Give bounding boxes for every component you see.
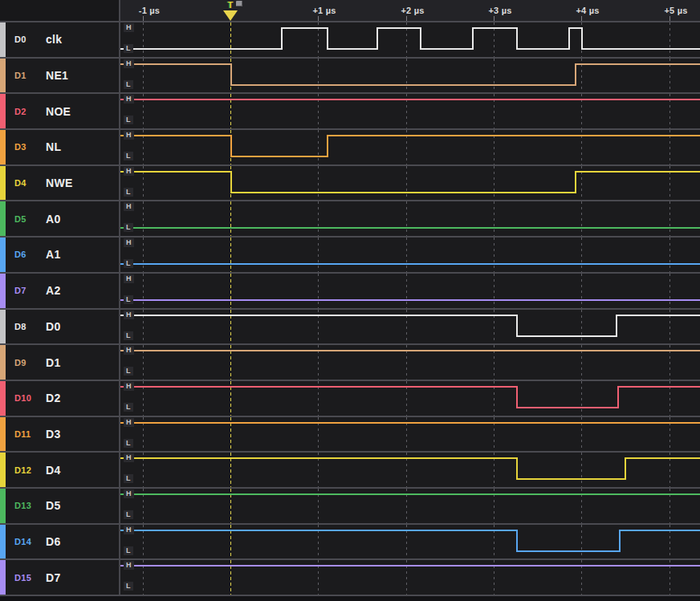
time-gridline: [581, 453, 582, 487]
time-gridline: [406, 201, 407, 236]
channel-waveform[interactable]: H L: [120, 130, 700, 164]
channel-name[interactable]: NWE: [46, 177, 73, 189]
channel-label-panel[interactable]: D1 NE1: [0, 59, 120, 93]
channel-color-bar[interactable]: [0, 130, 6, 164]
channel-waveform[interactable]: H L: [120, 381, 700, 416]
signal-edge: [472, 27, 474, 50]
timeline-tick: [581, 16, 582, 21]
channel-waveform[interactable]: H L: [120, 560, 700, 595]
channel-color-bar[interactable]: [0, 489, 6, 523]
channel-name[interactable]: D7: [46, 571, 61, 584]
channel-name[interactable]: D0: [46, 320, 61, 333]
channel-label-panel[interactable]: D8 D0: [0, 310, 120, 344]
channel-panel-header-spacer: [0, 0, 120, 22]
channel-name[interactable]: D2: [46, 392, 61, 404]
time-gridline: [669, 22, 670, 57]
channel-label-panel[interactable]: D4 NWE: [0, 166, 120, 201]
channel-id: D10: [14, 393, 31, 403]
channel-label-panel[interactable]: D13 D5: [0, 489, 120, 523]
high-level-label: H: [124, 382, 134, 391]
channel-label-panel[interactable]: D5 A0: [0, 201, 120, 236]
signal-edge: [575, 171, 576, 193]
channel-row: D12 D4 H L: [0, 453, 700, 489]
timeline-ruler[interactable]: T -1 µs+1 µs+2 µs+3 µs+4 µs+5 µs: [120, 0, 700, 22]
channel-color-bar[interactable]: [0, 238, 6, 272]
signal-edge: [230, 135, 232, 157]
high-level-label: H: [124, 526, 134, 534]
channel-waveform[interactable]: H L: [120, 345, 700, 380]
time-gridline: [581, 310, 582, 344]
time-gridline: [143, 22, 144, 57]
channel-row: D9 D1 H L: [0, 345, 700, 381]
signal-edge: [516, 386, 518, 408]
signal-segment: [120, 422, 700, 424]
signal-segment: [327, 48, 376, 50]
channel-name[interactable]: D1: [46, 356, 61, 369]
signal-segment: [619, 530, 700, 531]
high-level-label: H: [124, 561, 134, 570]
low-level-label: L: [124, 331, 133, 340]
channel-label-panel[interactable]: D15 D7: [0, 560, 120, 595]
signal-segment: [327, 135, 700, 136]
channel-name[interactable]: NL: [46, 140, 61, 153]
channel-name[interactable]: D4: [46, 464, 61, 477]
channel-label-panel[interactable]: D7 A2: [0, 274, 120, 308]
channel-label-panel[interactable]: D6 A1: [0, 238, 120, 272]
channel-color-bar[interactable]: [0, 560, 6, 595]
signal-segment: [516, 478, 625, 480]
time-gridline: [581, 525, 582, 559]
channel-waveform[interactable]: H L: [120, 489, 700, 523]
channel-label-panel[interactable]: D12 D4: [0, 453, 120, 487]
channel-label-panel[interactable]: D14 D6: [0, 525, 120, 559]
channel-waveform[interactable]: H L: [120, 525, 700, 559]
channel-name[interactable]: A2: [46, 284, 61, 297]
channel-color-bar[interactable]: [0, 381, 6, 416]
signal-edge: [568, 27, 570, 50]
channel-color-bar[interactable]: [0, 345, 6, 380]
channel-color-bar[interactable]: [0, 166, 6, 201]
channel-name[interactable]: D3: [46, 428, 61, 441]
channel-waveform[interactable]: H L: [120, 310, 700, 344]
signal-segment: [120, 299, 700, 301]
channel-waveform[interactable]: H L: [120, 238, 700, 272]
channel-waveform[interactable]: H L: [120, 201, 700, 236]
channel-waveform[interactable]: H L: [120, 94, 700, 128]
channel-color-bar[interactable]: [0, 274, 6, 308]
channel-waveform[interactable]: H L: [120, 59, 700, 93]
channel-color-bar[interactable]: [0, 453, 6, 487]
channel-label-panel[interactable]: D3 NL: [0, 130, 120, 164]
channel-label-panel[interactable]: D0 clk: [0, 22, 120, 57]
channel-name[interactable]: NE1: [46, 69, 68, 82]
time-gridline: [669, 201, 670, 236]
channel-color-bar[interactable]: [0, 417, 6, 452]
high-level-label: H: [124, 489, 134, 498]
channel-color-bar[interactable]: [0, 22, 6, 57]
trigger-gridline: [230, 22, 231, 57]
channel-waveform[interactable]: H L: [120, 453, 700, 487]
channel-label-panel[interactable]: D11 D3: [0, 417, 120, 452]
channel-waveform[interactable]: H L: [120, 22, 700, 57]
channel-color-bar[interactable]: [0, 310, 6, 344]
signal-segment: [625, 457, 700, 459]
channel-label-panel[interactable]: D2 NOE: [0, 94, 120, 128]
channel-name[interactable]: clk: [46, 33, 62, 46]
channel-color-bar[interactable]: [0, 201, 6, 236]
channel-name[interactable]: A1: [46, 248, 61, 261]
channel-color-bar[interactable]: [0, 94, 6, 128]
channel-label-panel[interactable]: D9 D1: [0, 345, 120, 380]
cursor-artifact-icon: [236, 1, 242, 6]
channel-color-bar[interactable]: [0, 525, 6, 559]
signal-edge: [516, 27, 518, 50]
channel-waveform[interactable]: H L: [120, 274, 700, 308]
channel-name[interactable]: NOE: [46, 105, 71, 118]
signal-segment: [420, 48, 472, 50]
channel-waveform[interactable]: H L: [120, 417, 700, 452]
channel-name[interactable]: D5: [46, 499, 61, 512]
channel-name[interactable]: D6: [46, 535, 61, 548]
channel-name[interactable]: A0: [46, 213, 61, 225]
channel-color-bar[interactable]: [0, 59, 6, 93]
signal-segment: [281, 27, 327, 29]
channel-waveform[interactable]: H L: [120, 166, 700, 201]
channel-label-panel[interactable]: D10 D2: [0, 381, 120, 416]
low-level-label: L: [124, 259, 133, 268]
